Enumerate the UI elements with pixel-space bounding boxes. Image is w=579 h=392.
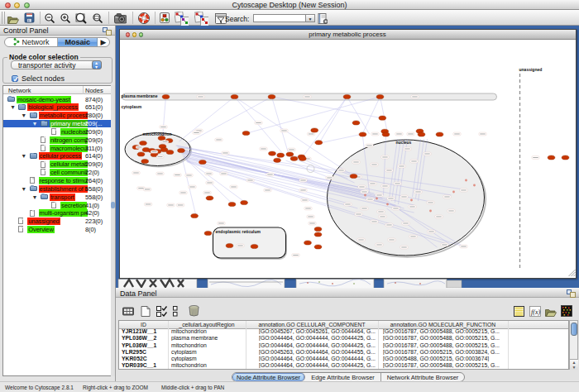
- svg-text:f(x): f(x): [531, 308, 540, 316]
